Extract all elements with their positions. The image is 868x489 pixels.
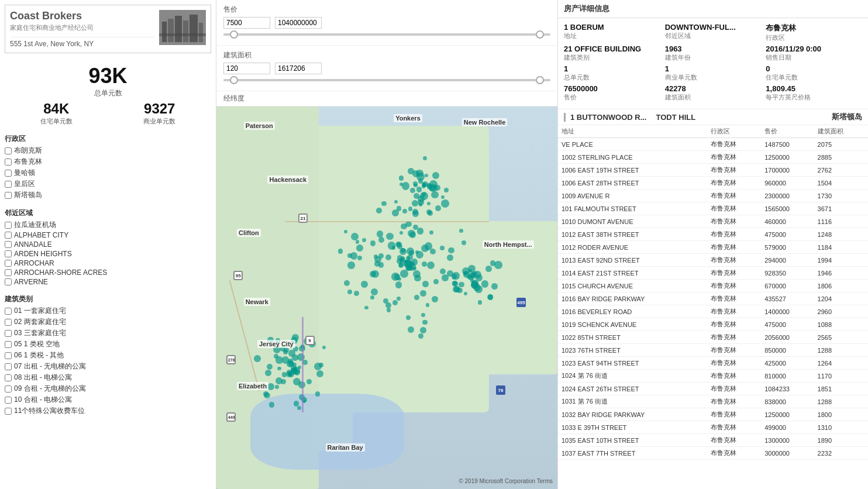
map-dot: [485, 266, 492, 272]
total-units-stat: 93K 总单元数: [5, 64, 211, 98]
detail-card: 1 BOERUM 地址 DOWNTOWN-FUL... 邻近区域 布鲁克林 行政…: [558, 18, 868, 109]
table-row[interactable]: 1014 EAST 21ST STREET布鲁克林9283501946: [558, 267, 868, 280]
table-row[interactable]: 1035 EAST 10TH STREET布鲁克林13000001890: [558, 434, 868, 447]
table-row[interactable]: 1002 STERLING PLACE布鲁克林12500002885: [558, 151, 868, 164]
table-row[interactable]: 1012 RODER AVENUE布鲁克林5790001184: [558, 241, 868, 254]
residential-stat: 84K 住宅单元数: [40, 101, 73, 126]
neighborhood-item[interactable]: ARDEN HEIGHTS: [5, 250, 211, 258]
table-row[interactable]: 1031 第 76 街道布鲁克林8380001288: [558, 395, 868, 408]
table-row[interactable]: 1024 第 76 街道布鲁克林8100001170: [558, 370, 868, 383]
map-dot: [397, 297, 401, 301]
map-dot: [392, 246, 396, 250]
sale-price-max-input[interactable]: [275, 17, 322, 29]
map-dot: [288, 359, 293, 364]
table-row[interactable]: 1010 DUMONT AVENUE布鲁克林4600001116: [558, 215, 868, 228]
building-type-item[interactable]: 11个特殊公寓收费车位: [5, 406, 211, 416]
table-row[interactable]: 1023 76TH STREET布鲁克林8500001288: [558, 344, 868, 357]
map-dot: [371, 288, 378, 295]
neighborhood-item[interactable]: 拉瓜迪亚机场: [5, 220, 211, 230]
detail-divider-loc: TODT HILL: [656, 113, 695, 122]
building-type-item[interactable]: 05 1 类税 空地: [5, 339, 211, 349]
sale-price-min-handle[interactable]: [230, 30, 238, 39]
map-dot: [418, 333, 423, 339]
borough-item[interactable]: 斯塔顿岛: [5, 190, 211, 200]
map-dot: [277, 367, 281, 371]
map-dot: [412, 211, 419, 217]
table-row[interactable]: 1006 EAST 19TH STREET布鲁克林17000002762: [558, 164, 868, 177]
map-dot: [377, 230, 383, 237]
map-dot: [441, 195, 445, 199]
residential-label: 住宅单元数: [40, 117, 73, 126]
map-dot: [440, 246, 445, 250]
map-dot: [319, 363, 323, 367]
neighborhood-item[interactable]: ARVERNE: [5, 278, 211, 286]
building-area-slider[interactable]: [223, 79, 550, 81]
table-row[interactable]: 1012 EAST 38TH STREET布鲁克林4750001248: [558, 228, 868, 241]
borough-item[interactable]: 皇后区: [5, 179, 211, 189]
building-type-item[interactable]: 06 1 类税 - 其他: [5, 350, 211, 360]
sale-price-slider[interactable]: [223, 33, 550, 36]
map-dot: [315, 391, 320, 396]
building-type-item[interactable]: 07 出租 - 无电梯的公寓: [5, 361, 211, 371]
table-row[interactable]: 1016 BAY RIDGE PARKWAY布鲁克林4355271204: [558, 292, 868, 305]
building-type-item[interactable]: 09 合租 - 无电梯的公寓: [5, 384, 211, 394]
building-type-item[interactable]: 03 三套家庭住宅: [5, 328, 211, 338]
borough-item[interactable]: 布鲁克林: [5, 157, 211, 167]
neighborhood-item[interactable]: ARROCHAR: [5, 259, 211, 267]
building-area-label: 建筑面积: [223, 50, 550, 60]
borough-item[interactable]: 布朗克斯: [5, 146, 211, 156]
table-row[interactable]: 101 FALMOUTH STREET布鲁克林15650003671: [558, 202, 868, 215]
map-dot: [399, 175, 404, 180]
table-row[interactable]: 1019 SCHENCK AVENUE布鲁克林4750001088: [558, 318, 868, 331]
table-row[interactable]: 1006 EAST 28TH STREET布鲁克林9600001504: [558, 177, 868, 190]
total-units-value: 93K: [5, 64, 211, 88]
table-row[interactable]: 1024 EAST 26TH STREET布鲁克林10842331851: [558, 383, 868, 395]
building-area-min-input[interactable]: [223, 63, 270, 74]
detail-total-units: 1 总单元数: [564, 64, 660, 82]
sale-price-min-input[interactable]: [223, 17, 270, 29]
map-dot: [398, 277, 401, 281]
property-table-container: 地址 行政区 售价 建筑面积 VE PLACE布鲁克林1487500207510…: [558, 125, 868, 489]
table-row[interactable]: 1032 BAY RIDGE PARKWAY布鲁克林12500001800: [558, 408, 868, 421]
table-row[interactable]: 1022 85TH STREET布鲁克林20560002565: [558, 331, 868, 344]
borough-item[interactable]: 曼哈顿: [5, 168, 211, 178]
highway-line-1: [302, 317, 304, 413]
neighborhood-item[interactable]: ANNADALE: [5, 240, 211, 249]
sale-price-max-handle[interactable]: [536, 30, 544, 39]
map-dot: [429, 180, 438, 188]
map-background: Paterson Yonkers New Rochelle Hackensack…: [216, 106, 557, 489]
building-type-item[interactable]: 08 出租 - 电梯公寓: [5, 373, 211, 383]
table-row[interactable]: 1013 EAST 92ND STREET布鲁克林2940001994: [558, 254, 868, 267]
detail-neighborhood: DOWNTOWN-FUL... 邻近区域: [665, 23, 762, 42]
svg-rect-4: [183, 20, 188, 42]
map-dot: [426, 303, 429, 307]
map-dot: [427, 261, 435, 269]
commercial-stat: 9327 商业单元数: [143, 101, 175, 126]
map-dot: [420, 327, 426, 333]
table-row[interactable]: 1023 EAST 94TH STREET布鲁克林4250001264: [558, 357, 868, 370]
map-dot: [448, 247, 454, 253]
map-dot: [370, 295, 374, 299]
table-row[interactable]: 1037 EAST 7TH STREET布鲁克林30000002232: [558, 447, 868, 460]
building-area-max-input[interactable]: [275, 63, 322, 74]
building-type-item[interactable]: 01 一套家庭住宅: [5, 306, 211, 316]
map-dot: [433, 279, 438, 284]
map-dot: [338, 249, 343, 254]
neighborhood-item[interactable]: ALPHABET CITY: [5, 231, 211, 239]
building-type-item[interactable]: 10 合租 - 电梯公寓: [5, 395, 211, 405]
building-area-max-handle[interactable]: [536, 76, 544, 84]
map-container[interactable]: Paterson Yonkers New Rochelle Hackensack…: [216, 106, 557, 489]
table-row[interactable]: 1009 AVENUE R布鲁克林23000001730: [558, 190, 868, 202]
neighborhood-item[interactable]: ARROCHAR-SHORE ACRES: [5, 268, 211, 277]
building-type-item[interactable]: 02 两套家庭住宅: [5, 317, 211, 327]
table-row[interactable]: VE PLACE布鲁克林14875002075: [558, 138, 868, 151]
map-dot: [405, 264, 412, 271]
building-area-min-handle[interactable]: [230, 76, 238, 84]
table-row[interactable]: 1033 E 39TH STREET布鲁克林4990001310: [558, 421, 868, 434]
table-row[interactable]: 1016 BEVERLEY ROAD布鲁克林14000002960: [558, 305, 868, 318]
boroughs-section-title: 行政区: [5, 134, 211, 144]
detail-address-value: 1 BOERUM: [564, 23, 660, 32]
map-dot: [421, 313, 426, 318]
map-dot: [441, 199, 449, 208]
table-row[interactable]: 1015 CHURCH AVENUE布鲁克林6700001806: [558, 280, 868, 292]
